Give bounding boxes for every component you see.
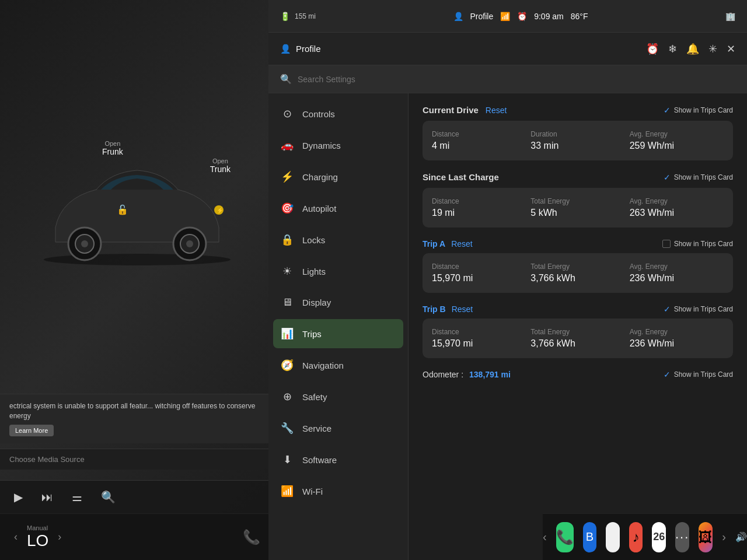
lights-icon: ☀ (280, 265, 294, 278)
autopilot-label: Autopilot (302, 204, 336, 214)
display-icon: 🖥 (280, 296, 294, 309)
trip-a-distance: Distance 15,970 mi (432, 262, 526, 284)
sidebar-item-display[interactable]: 🖥 Display (268, 287, 408, 318)
taskbar-calendar-app[interactable]: 26 (652, 522, 666, 552)
alarm-profile-icon[interactable]: ⏰ (646, 43, 659, 55)
trip-a-stats: Distance 15,970 mi Total Energy 3,766 kW… (423, 253, 733, 293)
taskbar-dots-app[interactable]: ··· (675, 522, 689, 552)
sidebar-item-navigation[interactable]: 🧭 Navigation (268, 349, 408, 381)
display-label: Display (302, 298, 331, 307)
current-drive-stats: Distance 4 mi Duration 33 min Avg. Energ… (423, 121, 733, 160)
learn-more-button[interactable]: Learn More (9, 425, 54, 436)
car-image-area: Open Frunk Open Trunk (0, 47, 274, 327)
slc-avg-energy-value: 263 Wh/mi (630, 208, 724, 218)
profile-item[interactable]: 👤 Profile (280, 44, 321, 54)
taskbar-volume-control[interactable]: 🔊 (735, 531, 747, 542)
safety-icon: ⊕ (280, 390, 294, 403)
play-icon[interactable]: ▶ (14, 490, 23, 504)
sidebar-item-lights[interactable]: ☀ Lights (268, 256, 408, 287)
close-profile-icon[interactable]: ✕ (727, 43, 735, 55)
odometer-show-trips-label: Show in Trips Card (674, 370, 733, 379)
left-panel: Open Frunk Open Trunk (0, 0, 274, 560)
current-drive-energy-label: Avg. Energy (630, 130, 724, 138)
playback-controls: ▶ ⏭ ⚌ 🔍 (0, 480, 274, 513)
trip-a-reset[interactable]: Reset (451, 239, 473, 249)
taskbar-phone-app[interactable]: 📞 (556, 522, 574, 552)
content-area: Current Drive Reset ✓ Show in Trips Card… (409, 93, 747, 560)
phone-call-icon[interactable]: 📞 (243, 529, 260, 545)
lo-value: LO (27, 531, 48, 550)
media-source[interactable]: Choose Media Source (0, 449, 274, 470)
bottom-icons: 📞 (243, 529, 260, 545)
profile-icons: ⏰ ❄ 🔔 ✳ ✕ (646, 43, 735, 55)
skip-icon[interactable]: ⏭ (41, 491, 53, 504)
profile-person-icon: 👤 (280, 44, 291, 54)
trip-a-section: Trip A Reset Show in Trips Card Distance… (423, 239, 733, 293)
slc-avg-energy: Avg. Energy 263 Wh/mi (630, 197, 724, 218)
svg-text:⚡: ⚡ (217, 206, 224, 214)
taskbar-white-app[interactable] (606, 522, 620, 552)
trip-b-avg-energy-value: 236 Wh/mi (630, 338, 724, 349)
svg-text:🔓: 🔓 (117, 204, 128, 215)
open-frunk-top: Open (102, 140, 123, 147)
search-input[interactable] (298, 75, 414, 84)
trip-b-distance-value: 15,970 mi (432, 338, 526, 349)
safety-label: Safety (302, 392, 327, 402)
taskbar-bluetooth-app[interactable]: B (583, 522, 597, 552)
trip-a-show-trips[interactable]: Show in Trips Card (662, 240, 733, 248)
current-drive-distance-label: Distance (432, 130, 526, 138)
search-bar[interactable]: 🔍 (268, 65, 747, 93)
taskbar-right-arrow[interactable]: › (722, 530, 726, 544)
snowflake-icon[interactable]: ❄ (668, 43, 677, 55)
locks-icon: 🔒 (280, 233, 294, 246)
charging-label: Charging (302, 172, 338, 182)
since-last-charge-show-trips[interactable]: ✓ Show in Trips Card (664, 173, 733, 182)
open-frunk-label[interactable]: Open Frunk (102, 140, 123, 156)
lights-label: Lights (302, 267, 326, 276)
trips-icon: 📊 (280, 327, 294, 340)
media-source-label: Choose Media Source (9, 455, 85, 464)
sidebar-item-dynamics[interactable]: 🚗 Dynamics (268, 130, 408, 161)
volume-icon: 🔊 (735, 531, 747, 542)
sidebar-item-locks[interactable]: 🔒 Locks (268, 224, 408, 256)
odometer-show-trips[interactable]: ✓ Show in Trips Card (664, 370, 733, 379)
sidebar-item-charging[interactable]: ⚡ Charging (268, 161, 408, 192)
taskbar-music-app[interactable]: ♪ (629, 522, 643, 552)
trip-b-checkbox-mark: ✓ (664, 304, 671, 314)
trip-b-show-trips[interactable]: ✓ Show in Trips Card (664, 304, 733, 314)
autopilot-icon: 🎯 (280, 202, 294, 215)
open-trunk-label[interactable]: Open Trunk (210, 158, 231, 174)
trip-b-reset[interactable]: Reset (452, 304, 473, 314)
since-last-charge-title: Since Last Charge (423, 172, 499, 182)
sidebar-item-software[interactable]: ⬇ Software (268, 444, 408, 475)
current-drive-show-trips[interactable]: ✓ Show in Trips Card (664, 106, 733, 115)
trip-a-avg-energy: Avg. Energy 236 Wh/mi (630, 262, 724, 284)
current-drive-reset[interactable]: Reset (486, 106, 507, 115)
search-music-icon[interactable]: 🔍 (101, 490, 116, 504)
taskbar-left-arrow[interactable]: ‹ (543, 530, 547, 544)
trip-b-section: Trip B Reset ✓ Show in Trips Card Distan… (423, 304, 733, 358)
trip-a-distance-value: 15,970 mi (432, 273, 526, 284)
sidebar-item-safety[interactable]: ⊕ Safety (268, 381, 408, 412)
sidebar-item-service[interactable]: 🔧 Service (268, 412, 408, 444)
sidebar-item-autopilot[interactable]: 🎯 Autopilot (268, 192, 408, 224)
taskbar-gallery-app[interactable]: 🖼 (699, 522, 713, 552)
slc-distance-label: Distance (432, 197, 526, 205)
fan-icon[interactable]: ✳ (708, 43, 717, 55)
warning-bar: ectrical system is unable to support all… (0, 394, 274, 443)
svg-point-0 (44, 254, 231, 265)
status-right: 🏢 (725, 12, 735, 21)
current-drive-duration-label: Duration (530, 130, 624, 138)
lo-display: ‹ Manual LO › 📞 (0, 513, 274, 560)
equalizer-icon[interactable]: ⚌ (72, 490, 82, 504)
sidebar-item-wifi[interactable]: 📶 Wi-Fi (268, 475, 408, 507)
lo-right-arrow[interactable]: › (58, 531, 61, 543)
lo-left-arrow[interactable]: ‹ (14, 531, 18, 543)
profile-label: Profile (296, 44, 321, 54)
sidebar-item-trips[interactable]: 📊 Trips (273, 319, 403, 348)
software-label: Software (302, 455, 337, 465)
status-bar: 🔋 155 mi 👤 Profile 📶 ⏰ 9:09 am 86°F 🏢 (268, 0, 747, 33)
sidebar-item-controls[interactable]: ⊙ Controls (268, 98, 408, 130)
frunk-text: Frunk (102, 147, 123, 156)
bell-icon[interactable]: 🔔 (686, 43, 699, 55)
